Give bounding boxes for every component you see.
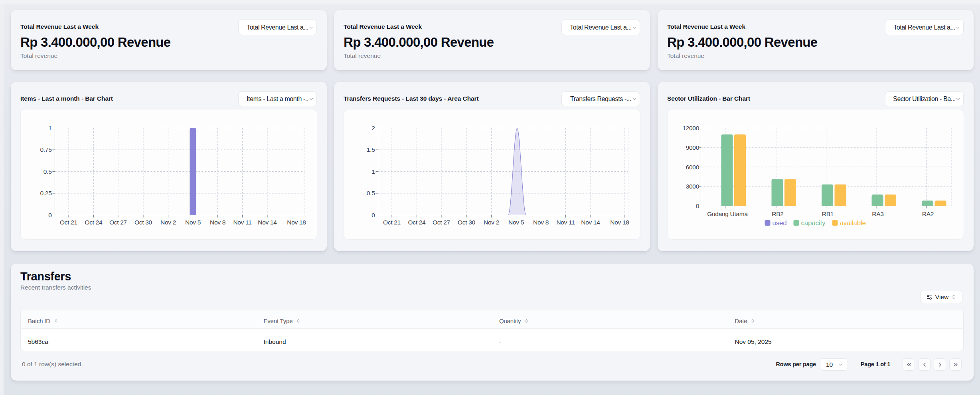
svg-text:Nov 18: Nov 18 xyxy=(610,219,629,226)
svg-text:Nov 8: Nov 8 xyxy=(210,219,225,226)
svg-text:1: 1 xyxy=(371,168,375,175)
svg-text:Oct 24: Oct 24 xyxy=(85,219,103,226)
svg-text:2: 2 xyxy=(371,125,375,131)
svg-text:9000: 9000 xyxy=(686,144,699,151)
svg-text:1.5: 1.5 xyxy=(367,146,375,153)
svg-text:Oct 21: Oct 21 xyxy=(383,219,401,226)
svg-text:0.5: 0.5 xyxy=(43,168,52,175)
svg-text:0: 0 xyxy=(48,212,52,218)
svg-text:Nov 2: Nov 2 xyxy=(160,219,176,226)
svg-text:used: used xyxy=(773,219,787,227)
svg-text:0.75: 0.75 xyxy=(40,146,52,153)
svg-text:Nov 11: Nov 11 xyxy=(233,219,251,226)
svg-text:Nov 8: Nov 8 xyxy=(533,219,549,226)
svg-text:3000: 3000 xyxy=(686,183,699,190)
svg-text:Oct 21: Oct 21 xyxy=(60,219,77,226)
svg-text:Nov 5: Nov 5 xyxy=(508,219,524,226)
svg-text:Nov 5: Nov 5 xyxy=(185,219,201,226)
svg-text:RA2: RA2 xyxy=(922,210,934,217)
svg-text:capacity: capacity xyxy=(801,219,826,227)
svg-text:RA3: RA3 xyxy=(872,210,883,217)
svg-text:1: 1 xyxy=(48,125,51,131)
svg-text:Gudang Utama: Gudang Utama xyxy=(707,210,748,217)
svg-text:6000: 6000 xyxy=(686,164,699,171)
svg-text:Oct 24: Oct 24 xyxy=(408,219,426,226)
svg-text:0.5: 0.5 xyxy=(367,190,375,197)
svg-text:available: available xyxy=(840,219,866,227)
svg-text:RB2: RB2 xyxy=(772,210,783,217)
svg-text:Oct 30: Oct 30 xyxy=(134,219,152,226)
svg-text:Nov 2: Nov 2 xyxy=(484,219,499,226)
svg-text:0.25: 0.25 xyxy=(40,190,52,197)
svg-text:Oct 30: Oct 30 xyxy=(458,219,476,226)
svg-text:Nov 18: Nov 18 xyxy=(287,219,306,226)
svg-text:Nov 14: Nov 14 xyxy=(258,219,277,226)
svg-text:Oct 27: Oct 27 xyxy=(433,219,450,226)
svg-text:12000: 12000 xyxy=(682,125,699,131)
svg-text:Nov 11: Nov 11 xyxy=(556,219,575,226)
svg-text:Nov 14: Nov 14 xyxy=(581,219,600,226)
svg-text:0: 0 xyxy=(371,212,375,218)
svg-text:Oct 27: Oct 27 xyxy=(109,219,127,226)
svg-text:RB1: RB1 xyxy=(822,210,834,217)
svg-text:0: 0 xyxy=(696,202,699,209)
